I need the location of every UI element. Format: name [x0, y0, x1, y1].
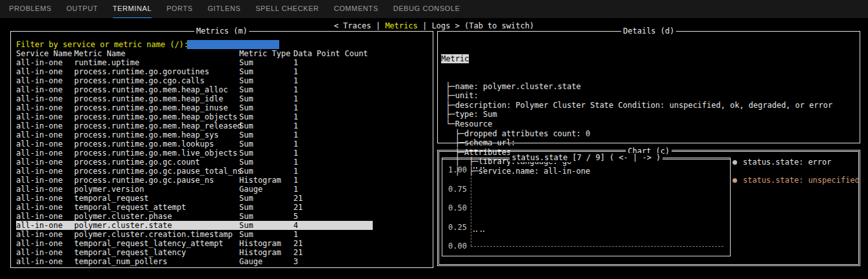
chart-plot-box: status.state [7 / 9] ( <- | -> ) 1.000.7… [442, 158, 731, 256]
metric-row[interactable]: all-in-oneprocess.runtime.go.gc.pause_ns… [16, 176, 429, 185]
switcher-left: < Traces | [334, 21, 385, 30]
metric-row[interactable]: all-in-onepolymer.cluster.phaseSum5 [16, 212, 429, 221]
tab-comments[interactable]: COMMENTS [334, 0, 379, 18]
metric-row[interactable]: all-in-oneprocess.runtime.go.mem.heap_in… [16, 103, 429, 112]
legend-item: status.state: error [733, 158, 831, 167]
details-panel-title: Details (d) [621, 26, 676, 36]
metric-row[interactable]: all-in-oneprocess.runtime.go.gc.pause_to… [16, 167, 429, 176]
tab-output[interactable]: OUTPUT [66, 0, 98, 18]
metric-row[interactable]: all-in-oneprocess.runtime.go.mem.heap_re… [16, 121, 429, 130]
metric-row[interactable]: all-in-oneruntime.uptimeSum1 [16, 58, 429, 67]
metrics-table-header: Service Name Metric Name Metric Type Dat… [16, 49, 368, 58]
metric-row[interactable]: all-in-onetemporal_request_latency_attem… [16, 239, 429, 248]
metric-row[interactable]: all-in-onetemporal_request_latencyHistog… [16, 248, 429, 257]
y-tick-label: 0.75 [444, 185, 467, 193]
metric-row[interactable]: all-in-onepolymer.versionGauge1 [16, 185, 429, 194]
tab-ports[interactable]: PORTS [166, 0, 193, 18]
tree-node[interactable]: └─Resource [441, 119, 833, 129]
metrics-panel: Metrics (m) Filter by service or metric … [10, 31, 433, 268]
col-metric-name: Metric Name [74, 49, 239, 58]
tree-node[interactable]: ├─description: Polymer Cluster State Con… [441, 101, 833, 110]
metric-row[interactable]: all-in-oneprocess.runtime.go.mem.heap_sy… [16, 130, 429, 140]
metric-row[interactable]: all-in-oneprocess.runtime.go.cgo.callsSu… [16, 76, 429, 85]
legend-dot-icon [733, 160, 737, 165]
tree-node[interactable]: ├─type: Sum [441, 110, 833, 119]
metric-row[interactable]: all-in-oneprocess.runtime.go.gc.countSum… [16, 158, 429, 167]
metric-row[interactable]: all-in-oneprocess.runtime.go.mem.heap_id… [16, 94, 429, 103]
col-metric-type: Metric Type [239, 49, 293, 58]
legend-dot-icon [733, 178, 737, 183]
tree-node[interactable]: ├─dropped attributes count: 0 [441, 129, 833, 139]
tab-debug-console[interactable]: DEBUG CONSOLE [393, 0, 460, 18]
chart-point-unspecified [473, 231, 486, 232]
y-tick-label: 0.00 [444, 242, 467, 250]
metric-row[interactable]: all-in-onetemporal_requestSum21 [16, 194, 429, 203]
x-axis-line [471, 246, 724, 247]
y-tick-label: 0.50 [444, 204, 467, 212]
metrics-table-rows: all-in-oneruntime.uptimeSum1all-in-onepr… [16, 58, 429, 266]
y-axis-line [471, 168, 471, 246]
metric-row[interactable]: all-in-onepolymer.cluster.creation.times… [16, 230, 429, 239]
metric-row[interactable]: all-in-oneprocess.runtime.go.mem.live_ob… [16, 149, 429, 158]
metrics-panel-title: Metrics (m) [194, 26, 249, 36]
chart-point-error [473, 167, 486, 169]
metric-row[interactable]: all-in-oneprocess.runtime.go.mem.lookups… [16, 140, 429, 149]
col-service-name: Service Name [16, 49, 74, 58]
metric-row[interactable]: all-in-onetemporal_num_pollersGauge3 [16, 257, 429, 266]
tab-gitlens[interactable]: GITLENS [208, 0, 241, 18]
metric-row[interactable]: all-in-oneprocess.runtime.go.mem.heap_al… [16, 85, 429, 94]
filter-label: Filter by service or metric name (/): [16, 40, 193, 49]
chart-plot-title: status.state [7 / 9] ( <- | -> ) [509, 153, 662, 162]
switcher-right: | Logs > (Tab to switch) [418, 21, 535, 30]
metric-row[interactable]: all-in-oneprocess.runtime.go.mem.heap_ob… [16, 112, 429, 121]
tree-root-node[interactable]: Metric [441, 54, 833, 64]
legend-item: status.state: unspecified [733, 176, 860, 185]
metric-row[interactable]: all-in-onetemporal_request_attemptSum21 [16, 203, 429, 212]
metric-row[interactable]: all-in-onepolymer.cluster.stateSum4 [16, 221, 373, 230]
filter-input[interactable] [187, 40, 279, 49]
terminal: < Traces | Metrics | Logs > (Tab to swit… [0, 18, 868, 279]
details-panel: Details (d) Metric ├─name: polymer.clust… [437, 31, 860, 143]
metric-row[interactable]: all-in-oneprocess.runtime.go.goroutinesS… [16, 67, 429, 76]
tree-node[interactable]: ├─unit: [441, 91, 833, 101]
col-data-point-count: Data Point Count [293, 49, 368, 58]
tab-problems[interactable]: PROBLEMS [9, 0, 52, 18]
tab-spell-checker[interactable]: SPELL CHECKER [255, 0, 319, 18]
switcher-active-view: Metrics [385, 21, 418, 30]
vscode-panel-tabbar: PROBLEMSOUTPUTTERMINALPORTSGITLENSSPELL … [0, 0, 868, 18]
view-switcher[interactable]: < Traces | Metrics | Logs > (Tab to swit… [0, 21, 868, 30]
chart-panel: Chart (c) status.state [7 / 9] ( <- | ->… [437, 150, 860, 266]
tree-node[interactable]: ├─name: polymer.cluster.state [441, 82, 833, 92]
y-tick-label: 0.25 [444, 223, 467, 231]
legend-label: status.state: error [743, 158, 831, 167]
y-tick-label: 1.00 [444, 166, 467, 174]
legend-label: status.state: unspecified [743, 176, 860, 185]
tab-terminal[interactable]: TERMINAL [113, 0, 152, 18]
